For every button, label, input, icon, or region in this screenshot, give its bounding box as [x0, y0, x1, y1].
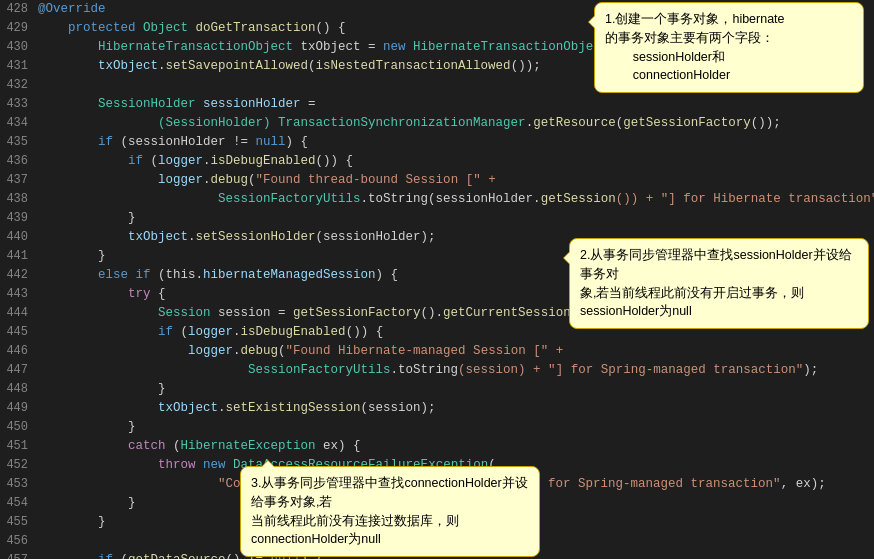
line-number: 432: [0, 76, 38, 95]
line-number: 437: [0, 171, 38, 190]
line-number: 430: [0, 38, 38, 57]
token-plain: );: [803, 363, 818, 377]
token-plain: .: [218, 401, 226, 415]
token-plain: () {: [316, 21, 346, 35]
token-plain: }: [38, 382, 166, 396]
line-number: 456: [0, 532, 38, 551]
line-content: txObject.setExistingSession(session);: [38, 399, 874, 418]
line-content: catch (HibernateException ex) {: [38, 437, 874, 456]
token-plain: }: [38, 496, 136, 510]
token-plain: [406, 40, 414, 54]
token-kw: if: [98, 553, 113, 559]
line-number: 433: [0, 95, 38, 114]
token-type: (SessionHolder): [158, 116, 271, 130]
line-content: }: [38, 418, 874, 437]
line-number: 450: [0, 418, 38, 437]
token-kw2: throw: [158, 458, 196, 472]
token-var: logger: [188, 325, 233, 339]
token-type: SessionHolder: [98, 97, 196, 111]
code-line: 449 txObject.setExistingSession(session)…: [0, 399, 874, 418]
code-line: 433 SessionHolder sessionHolder =: [0, 95, 874, 114]
token-method: getSession: [541, 192, 616, 206]
token-plain: [226, 458, 234, 472]
token-kw: if: [158, 325, 173, 339]
line-content: if (logger.isDebugEnabled()) {: [38, 152, 874, 171]
token-kw: if: [98, 135, 113, 149]
token-plain: [38, 306, 158, 320]
token-plain: {: [151, 287, 166, 301]
token-plain: .: [203, 154, 211, 168]
token-plain: [38, 439, 128, 453]
tooltip-2-text: 2.从事务同步管理器中查找sessionHolder并设给事务对象,若当前线程此…: [580, 248, 852, 318]
token-plain: [196, 458, 204, 472]
token-method: doGetTransaction: [196, 21, 316, 35]
token-method italic: toString: [368, 192, 428, 206]
token-plain: (: [166, 439, 181, 453]
line-number: 454: [0, 494, 38, 513]
token-plain: ());: [511, 59, 541, 73]
line-number: 440: [0, 228, 38, 247]
code-line: 437 logger.debug("Found thread-bound Ses…: [0, 171, 874, 190]
token-kw2: catch: [128, 439, 166, 453]
tooltip-3-text: 3.从事务同步管理器中查找connectionHolder并设给事务对象,若当前…: [251, 476, 528, 546]
token-type: HibernateTransactionObject: [413, 40, 608, 54]
line-content: SessionHolder sessionHolder =: [38, 95, 874, 114]
token-plain: [38, 40, 98, 54]
token-kw: new: [203, 458, 226, 472]
token-method: setExistingSession: [226, 401, 361, 415]
line-number: 445: [0, 323, 38, 342]
token-plain: [38, 401, 158, 415]
line-number: 435: [0, 133, 38, 152]
token-plain: .: [233, 344, 241, 358]
line-number: 444: [0, 304, 38, 323]
token-plain: [38, 135, 98, 149]
token-plain: [38, 458, 158, 472]
token-var: sessionHolder: [203, 97, 301, 111]
token-plain: ) {: [376, 268, 399, 282]
token-plain: [38, 192, 218, 206]
token-method italic: toString: [398, 363, 458, 377]
token-plain: [38, 344, 188, 358]
token-plain: (: [308, 59, 316, 73]
token-kw: protected: [68, 21, 136, 35]
code-editor: 428@Override429 protected Object doGetTr…: [0, 0, 874, 559]
token-var: txObject: [98, 59, 158, 73]
token-plain: (: [278, 344, 286, 358]
token-var: hibernateManagedSession: [203, 268, 376, 282]
code-line: 448 }: [0, 380, 874, 399]
token-kw2: try: [128, 287, 151, 301]
line-number: 442: [0, 266, 38, 285]
token-plain: [38, 97, 98, 111]
token-method: setSessionHolder: [196, 230, 316, 244]
token-plain: [38, 363, 248, 377]
token-plain: (sessionHolder !=: [113, 135, 256, 149]
code-line: 434 (SessionHolder) TransactionSynchroni…: [0, 114, 874, 133]
token-string: ()) + "] for Hibernate transaction": [616, 192, 874, 206]
line-number: 447: [0, 361, 38, 380]
token-method: getDataSource: [128, 553, 226, 559]
code-line: 435 if (sessionHolder != null) {: [0, 133, 874, 152]
code-line: 446 logger.debug("Found Hibernate-manage…: [0, 342, 874, 361]
token-plain: =: [301, 97, 316, 111]
token-plain: [38, 230, 128, 244]
line-number: 448: [0, 380, 38, 399]
token-plain: [38, 154, 128, 168]
token-method: getSessionFactory: [623, 116, 751, 130]
token-type: SessionFactoryUtils: [248, 363, 391, 377]
line-content: }: [38, 380, 874, 399]
token-method: getResource: [533, 116, 616, 130]
token-plain: (: [173, 325, 188, 339]
token-method: debug: [241, 344, 279, 358]
code-line: 439 }: [0, 209, 874, 228]
line-number: 441: [0, 247, 38, 266]
line-content: SessionFactoryUtils.toString(session) + …: [38, 361, 874, 380]
token-plain: [38, 477, 218, 491]
token-annotation: @Override: [38, 2, 106, 16]
token-plain: [196, 97, 204, 111]
line-content: SessionFactoryUtils.toString(sessionHold…: [38, 190, 874, 209]
token-method: getSessionFactory: [293, 306, 421, 320]
line-number: 446: [0, 342, 38, 361]
line-content: logger.debug("Found Hibernate-managed Se…: [38, 342, 874, 361]
token-plain: ()) {: [346, 325, 384, 339]
token-plain: [136, 21, 144, 35]
